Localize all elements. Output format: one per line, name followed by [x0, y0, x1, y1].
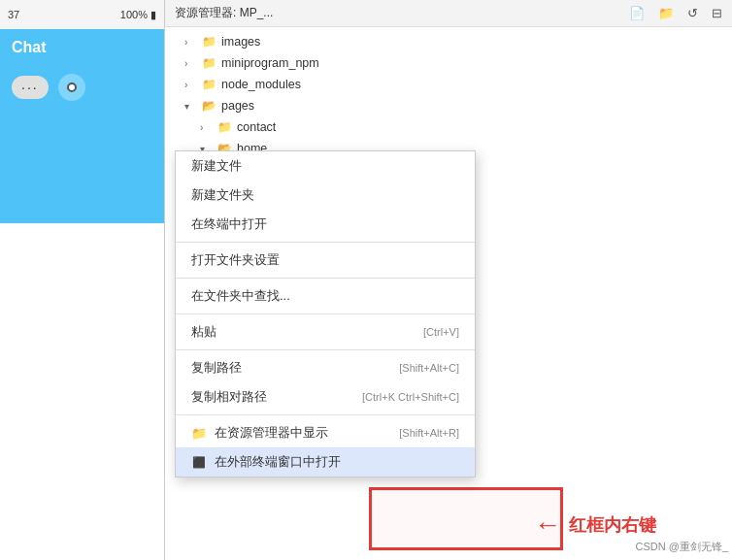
context-menu-find-in-folder-label: 在文件夹中查找... — [191, 287, 290, 305]
folder-icon: 📁 — [200, 56, 217, 70]
separator — [176, 414, 475, 415]
chevron-right-icon — [184, 37, 200, 48]
dots-button[interactable]: ··· — [12, 76, 49, 99]
context-menu-copy-relative[interactable]: 复制相对路径 [Ctrl+K Ctrl+Shift+C] — [176, 382, 475, 412]
annotation-area: ← 红框内右键 — [534, 510, 656, 541]
red-arrow-icon: ← — [534, 510, 561, 541]
context-menu-open-external-label: 在外部终端窗口中打开 — [215, 453, 341, 471]
record-dot-icon — [67, 82, 77, 92]
file-explorer: 资源管理器: MP_... 📄 📁 ↺ ⊟ 📁 images 📁 minipro… — [165, 0, 732, 560]
context-menu-new-folder-label: 新建文件夹 — [191, 186, 254, 204]
explorer-header: 资源管理器: MP_... 📄 📁 ↺ ⊟ — [165, 0, 732, 27]
phone-screen: Chat ··· — [0, 29, 164, 223]
context-menu-reveal-shortcut: [Shift+Alt+R] — [399, 427, 459, 439]
list-item[interactable]: 📂 pages — [165, 95, 427, 116]
new-folder-icon[interactable]: 📁 — [658, 6, 674, 20]
chat-header: Chat — [0, 29, 164, 66]
chevron-down-icon — [184, 101, 200, 112]
separator — [176, 242, 475, 243]
folder-icon: 📁 — [216, 120, 233, 134]
context-menu-copy-path-label: 复制路径 — [191, 359, 242, 377]
context-menu-find-in-folder[interactable]: 在文件夹中查找... — [176, 281, 475, 311]
file-label: images — [221, 35, 260, 49]
explorer-toolbar: 📄 📁 ↺ ⊟ — [629, 6, 722, 20]
context-menu-paste-label: 粘贴 — [191, 323, 216, 341]
file-label: miniprogram_npm — [221, 56, 319, 70]
separator — [176, 278, 475, 279]
phone-simulator: 37 100% ▮ Chat ··· — [0, 0, 165, 560]
chevron-right-icon — [200, 122, 216, 133]
context-menu: 新建文件 新建文件夹 在终端中打开 打开文件夹设置 在文件夹中查找... 粘贴 … — [175, 150, 476, 478]
context-menu-paste[interactable]: 粘贴 [Ctrl+V] — [176, 317, 475, 346]
chat-controls: ··· — [0, 66, 164, 109]
new-file-icon[interactable]: 📄 — [629, 6, 645, 20]
folder-icon: 📁 — [200, 78, 217, 91]
context-menu-copy-relative-label: 复制相对路径 — [191, 388, 267, 406]
annotation-text: 红框内右键 — [569, 513, 656, 537]
context-menu-reveal[interactable]: 📁 在资源管理器中显示 [Shift+Alt+R] — [176, 418, 475, 447]
context-menu-copy-path[interactable]: 复制路径 [Shift+Alt+C] — [176, 353, 475, 382]
file-label: node_modules — [221, 78, 301, 91]
watermark: CSDN @重剑无锋_ — [635, 540, 728, 554]
phone-time: 37 — [8, 9, 19, 20]
collapse-icon[interactable]: ⊟ — [712, 6, 722, 20]
context-menu-open-terminal-label: 在终端中打开 — [191, 215, 267, 233]
explorer-title: 资源管理器: MP_... — [175, 5, 273, 21]
context-menu-folder-settings[interactable]: 打开文件夹设置 — [176, 246, 475, 275]
record-button[interactable] — [58, 74, 85, 101]
folder-small-icon: 📁 — [191, 425, 207, 441]
list-item[interactable]: 📁 contact — [165, 116, 427, 138]
context-menu-new-file[interactable]: 新建文件 — [176, 151, 475, 181]
folder-icon: 📁 — [200, 35, 217, 49]
context-menu-new-folder[interactable]: 新建文件夹 — [176, 181, 475, 210]
list-item[interactable]: 📁 images — [165, 31, 427, 52]
file-label: contact — [237, 120, 276, 134]
context-menu-open-external[interactable]: ⬛ 在外部终端窗口中打开 — [176, 447, 475, 477]
context-menu-reveal-label: 在资源管理器中显示 — [215, 424, 328, 442]
phone-top-bar: 37 100% ▮ — [0, 0, 164, 29]
context-menu-open-terminal[interactable]: 在终端中打开 — [176, 210, 475, 239]
phone-battery-label: 100% ▮ — [120, 9, 156, 21]
refresh-icon[interactable]: ↺ — [687, 6, 698, 20]
separator — [176, 349, 475, 350]
chevron-right-icon — [184, 80, 200, 90]
terminal-small-icon: ⬛ — [191, 454, 207, 470]
context-menu-folder-settings-label: 打开文件夹设置 — [191, 251, 280, 269]
list-item[interactable]: 📁 miniprogram_npm — [165, 52, 427, 74]
separator — [176, 313, 475, 314]
file-label: pages — [221, 99, 254, 113]
folder-open-icon: 📂 — [200, 99, 217, 113]
context-menu-copy-relative-shortcut: [Ctrl+K Ctrl+Shift+C] — [362, 391, 459, 403]
chevron-right-icon — [184, 58, 200, 69]
list-item[interactable]: 📁 node_modules — [165, 74, 427, 95]
context-menu-paste-shortcut: [Ctrl+V] — [423, 326, 459, 338]
context-menu-copy-path-shortcut: [Shift+Alt+C] — [399, 362, 459, 374]
context-menu-new-file-label: 新建文件 — [191, 157, 242, 175]
